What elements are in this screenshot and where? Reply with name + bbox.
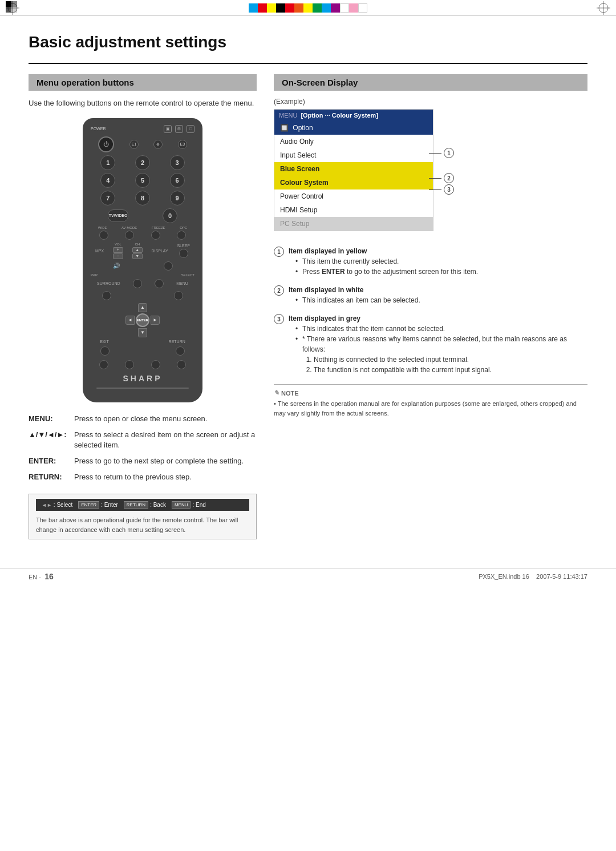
pp-label: P&P xyxy=(91,273,98,277)
annotation-2-title: Item displayed in white xyxy=(289,285,420,295)
annotation-3-number: 3 xyxy=(274,314,284,324)
btn-pp[interactable] xyxy=(133,279,142,288)
main-layout: Menu operation buttons Use the following… xyxy=(29,74,587,539)
annotation-2-circle: 2 xyxy=(274,285,284,296)
exit-return-row: EXIT RETURN xyxy=(91,340,194,344)
annotation-3-content: Item displayed in grey This indicates th… xyxy=(289,313,587,375)
nav-right-button[interactable]: ► xyxy=(151,316,160,325)
ch-up[interactable]: ▲ xyxy=(132,247,143,253)
osd-item-colour-system[interactable]: Colour System xyxy=(274,176,433,189)
osd-item-pc-setup[interactable]: PC Setup xyxy=(274,217,433,231)
key-desc-return: RETURN: Press to return to the previous … xyxy=(29,472,257,482)
pc-setup-label: PC Setup xyxy=(280,220,309,228)
reg-mark-left xyxy=(6,1,19,15)
btn-e2[interactable]: ⊕ xyxy=(153,140,163,149)
ch-down[interactable]: ▼ xyxy=(132,253,143,259)
svg-rect-2 xyxy=(6,7,11,13)
osd-menu-bar: MENU [Option ··· Colour System] xyxy=(274,110,433,121)
btn-bottom-2[interactable] xyxy=(125,360,134,369)
btn-9[interactable]: 9 xyxy=(170,191,185,205)
power-row: ⏻ E1 ⊕ E3 xyxy=(91,136,194,152)
left-column: Menu operation buttons Use the following… xyxy=(29,74,257,539)
annotation-1: 1 Item displayed in yellow This item the… xyxy=(274,246,587,277)
btn-surround[interactable] xyxy=(102,291,111,300)
option-icon: 🔲 xyxy=(280,124,289,132)
nav-left-button[interactable]: ◄ xyxy=(125,316,135,325)
left-intro-text: Use the following buttons on the remote … xyxy=(29,98,257,109)
btn-bottom-1[interactable] xyxy=(99,360,108,369)
power-control-label: Power Control xyxy=(280,192,323,200)
btn-7[interactable]: 7 xyxy=(100,191,115,205)
nav-up-button[interactable]: ▲ xyxy=(138,303,147,312)
btn-8[interactable]: 8 xyxy=(135,191,150,205)
annotation-3: 3 Item displayed in grey This indicates … xyxy=(274,313,587,375)
display-label: DISPLAY xyxy=(152,249,168,253)
vol-buttons: + − xyxy=(113,247,123,259)
btn-opc[interactable] xyxy=(177,231,186,240)
return-label: RETURN xyxy=(169,340,185,344)
menu-label: MENU xyxy=(176,281,188,285)
audio-only-label: Audio Only xyxy=(280,138,314,146)
footer-right: PX5X_EN.indb 16 2007-5-9 11:43:17 xyxy=(479,573,587,580)
osd-item-input-select[interactable]: Input Select xyxy=(274,148,433,162)
select-arrows-icon: ◄► xyxy=(42,502,52,508)
osd-item-audio-only[interactable]: Audio Only xyxy=(274,135,433,148)
btn-2[interactable]: 2 xyxy=(135,155,150,170)
btn-wide[interactable] xyxy=(99,231,108,240)
page-number-area: EN - 16 xyxy=(29,572,54,581)
enter-key-desc: Press to go to the next step or complete… xyxy=(74,456,257,466)
remote-icon-2: ⊞ xyxy=(175,125,183,133)
btn-e3[interactable]: E3 xyxy=(178,140,187,149)
btn-5[interactable]: 5 xyxy=(135,173,150,188)
nav-down-button[interactable]: ▼ xyxy=(138,328,147,337)
annotation-3-bullets: This indicates that the item cannot be s… xyxy=(289,324,587,375)
enter-button[interactable]: ENTER xyxy=(136,313,149,327)
page-prefix: EN - xyxy=(29,574,41,580)
callout-2-line xyxy=(429,178,441,179)
btn-return[interactable] xyxy=(176,346,185,356)
btn-3[interactable]: 3 xyxy=(170,155,185,170)
remote-control: POWER ▣ ⊞ □ ⏻ E1 ⊕ E3 xyxy=(83,118,202,402)
remote-top-row: POWER ▣ ⊞ □ xyxy=(91,125,194,133)
input-select-label: Input Select xyxy=(280,151,316,159)
power-button[interactable]: ⏻ xyxy=(98,136,114,152)
osd-item-power-control[interactable]: Power Control xyxy=(274,189,433,203)
btn-speaker[interactable] xyxy=(164,261,173,271)
annotation-1-number: 1 xyxy=(274,247,284,257)
remote-icon-1: ▣ xyxy=(164,125,172,133)
surround-label: SURROUND xyxy=(97,281,120,285)
annotation-2-bullets: This indicates an item can be selected. xyxy=(289,295,420,305)
date-info: 2007-5-9 11:43:17 xyxy=(536,573,587,580)
annotation-1-bullet-1: This item the currently selected. xyxy=(295,256,478,267)
registration-marks xyxy=(0,0,616,16)
vol-down[interactable]: − xyxy=(113,253,123,259)
annotations: 1 Item displayed in yellow This item the… xyxy=(274,246,587,375)
btn-1[interactable]: 1 xyxy=(100,155,115,170)
arrows-key-label: ▲/▼/◄/►: xyxy=(29,430,74,450)
btn-menu[interactable] xyxy=(174,291,183,300)
btn-0[interactable]: 0 xyxy=(163,208,177,223)
surround-menu-row: SURROUND MENU xyxy=(91,279,194,288)
btn-bottom-3[interactable] xyxy=(151,360,160,369)
btn-4[interactable]: 4 xyxy=(100,173,115,188)
note-text: • The screens in the operation manual ar… xyxy=(274,399,587,418)
btn-bottom-4[interactable] xyxy=(177,360,186,369)
vol-up[interactable]: + xyxy=(113,247,123,253)
btn-e1[interactable]: E1 xyxy=(129,140,139,149)
btn-freeze[interactable] xyxy=(151,231,160,240)
function-row xyxy=(91,231,194,240)
btn-sleep[interactable] xyxy=(179,249,188,258)
btn-select[interactable] xyxy=(155,279,164,288)
annotation-3-circle: 3 xyxy=(274,314,284,324)
btn-exit[interactable] xyxy=(100,346,110,356)
osd-item-option[interactable]: 🔲 Option xyxy=(274,121,433,135)
annotation-2-bullet-1: This indicates an item can be selected. xyxy=(295,295,420,305)
btn-tv-video[interactable]: TV/VIDEO xyxy=(108,209,128,222)
osd-menu-path: [Option ··· Colour System] xyxy=(301,112,378,119)
ch-block: CH ▲ ▼ xyxy=(132,243,143,259)
osd-item-blue-screen[interactable]: Blue Screen xyxy=(274,162,433,176)
btn-6[interactable]: 6 xyxy=(170,173,185,188)
callout-3-line xyxy=(429,189,441,190)
osd-item-hdmi-setup[interactable]: HDMI Setup xyxy=(274,203,433,217)
btn-avmode[interactable] xyxy=(125,231,134,240)
